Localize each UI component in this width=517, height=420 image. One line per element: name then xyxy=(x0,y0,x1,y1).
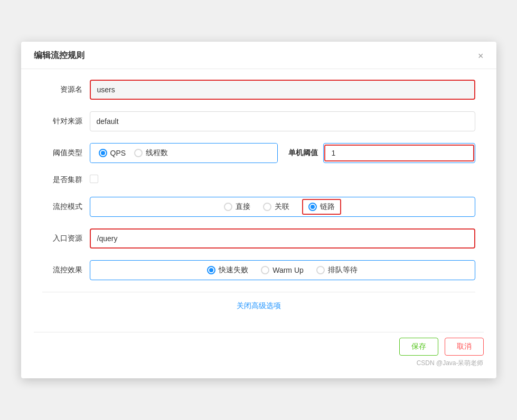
resource-name-control xyxy=(90,80,475,100)
flow-mode-direct-option[interactable]: 直接 xyxy=(224,202,250,212)
threshold-type-label: 阈值类型 xyxy=(42,148,90,158)
dialog-body: 资源名 针对来源 阈值类型 QPS xyxy=(21,69,496,332)
flow-mode-direct-radio[interactable] xyxy=(224,203,232,211)
flow-mode-relate-radio[interactable] xyxy=(263,203,271,211)
flow-effect-radio-group: 快速失败 Warm Up 排队等待 xyxy=(90,260,475,280)
cluster-checkbox[interactable] xyxy=(90,175,98,183)
resource-name-input[interactable] xyxy=(90,80,475,100)
divider xyxy=(42,292,475,292)
flow-effect-fastfail-label: 快速失败 xyxy=(219,265,248,275)
cluster-row: 是否集群 xyxy=(42,175,475,185)
threshold-type-group: QPS 线程数 xyxy=(90,143,278,163)
flow-mode-relate-label: 关联 xyxy=(275,202,289,212)
threshold-radio-group: QPS 线程数 xyxy=(90,144,277,163)
watermark: CSDN @Java-呆萌老师 xyxy=(21,356,496,368)
close-button[interactable]: × xyxy=(478,51,484,61)
entry-resource-control xyxy=(90,228,475,249)
single-threshold-inner xyxy=(324,145,474,161)
flow-effect-warmup-label: Warm Up xyxy=(272,266,304,274)
flow-mode-row: 流控模式 直接 关联 链路 xyxy=(42,197,475,217)
dialog-title: 编辑流控规则 xyxy=(34,50,84,61)
flow-effect-queue-label: 排队等待 xyxy=(328,265,358,275)
save-button[interactable]: 保存 xyxy=(399,338,438,356)
flow-effect-fastfail-option[interactable]: 快速失败 xyxy=(207,265,248,275)
threshold-threads-label: 线程数 xyxy=(146,148,168,158)
cluster-control xyxy=(90,175,475,185)
advanced-toggle-link[interactable]: 关闭高级选项 xyxy=(237,301,281,310)
edit-flow-rule-dialog: 编辑流控规则 × 资源名 针对来源 阈值类型 xyxy=(21,42,496,378)
single-threshold-box xyxy=(323,143,475,163)
resource-name-label: 资源名 xyxy=(42,85,90,94)
cancel-button[interactable]: 取消 xyxy=(445,338,484,356)
single-threshold-label: 单机阈值 xyxy=(288,148,318,158)
flow-effect-queue-option[interactable]: 排队等待 xyxy=(316,265,358,275)
threshold-full-row: QPS 线程数 单机阈值 xyxy=(90,143,475,163)
footer-row: 保存 取消 xyxy=(21,332,496,356)
threshold-qps-label: QPS xyxy=(110,149,126,157)
flow-effect-control: 快速失败 Warm Up 排队等待 xyxy=(90,260,475,280)
entry-resource-label: 入口资源 xyxy=(42,234,90,243)
threshold-row: 阈值类型 QPS 线程数 单机阈值 xyxy=(42,143,475,163)
flow-mode-control: 直接 关联 链路 xyxy=(90,197,475,217)
resource-name-row: 资源名 xyxy=(42,80,475,100)
flow-effect-warmup-radio[interactable] xyxy=(261,266,269,274)
flow-effect-fastfail-radio[interactable] xyxy=(207,266,215,274)
flow-mode-relate-option[interactable]: 关联 xyxy=(263,202,289,212)
flow-effect-row: 流控效果 快速失败 Warm Up 排队等待 xyxy=(42,260,475,280)
threshold-qps-option[interactable]: QPS xyxy=(99,149,126,157)
cluster-label: 是否集群 xyxy=(42,175,90,185)
flow-mode-radio-group: 直接 关联 链路 xyxy=(90,197,475,217)
threshold-threads-radio[interactable] xyxy=(134,149,143,157)
source-control xyxy=(90,111,475,131)
threshold-qps-radio[interactable] xyxy=(99,149,107,157)
flow-effect-label: 流控效果 xyxy=(42,265,90,275)
threshold-threads-option[interactable]: 线程数 xyxy=(134,148,168,158)
source-row: 针对来源 xyxy=(42,111,475,131)
entry-resource-input[interactable] xyxy=(90,228,475,249)
flow-mode-chain-radio[interactable] xyxy=(308,203,317,211)
flow-mode-chain-label: 链路 xyxy=(320,202,335,212)
single-threshold-wrap: 单机阈值 xyxy=(288,143,475,163)
source-input[interactable] xyxy=(90,111,475,131)
flow-mode-direct-label: 直接 xyxy=(236,202,250,212)
single-threshold-input[interactable] xyxy=(325,144,473,163)
flow-mode-label: 流控模式 xyxy=(42,202,90,212)
flow-mode-chain-option[interactable]: 链路 xyxy=(302,199,341,215)
flow-effect-warmup-option[interactable]: Warm Up xyxy=(261,266,304,274)
advanced-link-wrap: 关闭高级选项 xyxy=(42,301,475,311)
source-label: 针对来源 xyxy=(42,117,90,126)
flow-effect-queue-radio[interactable] xyxy=(316,266,325,274)
dialog-header: 编辑流控规则 × xyxy=(21,42,496,69)
entry-resource-row: 入口资源 xyxy=(42,228,475,249)
